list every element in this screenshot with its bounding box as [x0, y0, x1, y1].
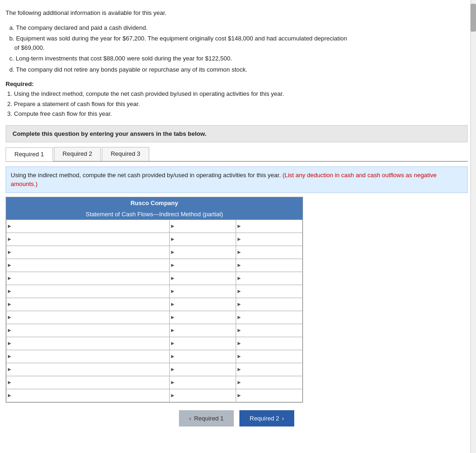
complete-box: Complete this question by entering your …: [6, 125, 468, 142]
scrollbar[interactable]: [470, 0, 476, 453]
table-row: [7, 246, 303, 259]
table-input-mid-9[interactable]: [171, 327, 228, 334]
cash-flow-table-container: Rusco Company Statement of Cash Flows—In…: [6, 197, 303, 403]
table-input-right-10[interactable]: [237, 340, 295, 347]
table-input-mid-1[interactable]: [171, 223, 228, 230]
table-row: [7, 311, 303, 324]
table-input-label-3[interactable]: [7, 249, 152, 256]
table-cell-right[interactable]: [236, 220, 303, 233]
table-input-right-11[interactable]: [237, 353, 295, 360]
info-item-b: b. Equipment was sold during the year fo…: [9, 34, 468, 52]
table-input-label-5[interactable]: [7, 275, 152, 282]
prev-button[interactable]: ‹ Required 1: [179, 410, 234, 426]
info-item-c: c. Long-term investments that cost $88,0…: [9, 54, 468, 63]
required-item-2: Prepare a statement of cash flows for th…: [14, 100, 468, 109]
instruction-box: Using the indirect method, compute the n…: [6, 167, 468, 193]
tabs-row: Required 1 Required 2 Required 3: [6, 147, 468, 162]
table-input-right-7[interactable]: [237, 301, 295, 308]
table-row: [7, 324, 303, 337]
table-row: [7, 298, 303, 311]
table-row: [7, 363, 303, 376]
table-input-mid-6[interactable]: [171, 288, 228, 295]
table-row: [7, 220, 303, 233]
table-row: [7, 337, 303, 350]
table-input-label-11[interactable]: [7, 353, 152, 360]
table-input-mid-10[interactable]: [171, 340, 228, 347]
table-input-label-9[interactable]: [7, 327, 152, 334]
table-row: [7, 285, 303, 298]
table-cell-label[interactable]: [7, 220, 170, 233]
table-input-right-13[interactable]: [237, 379, 295, 386]
instruction-main: Using the indirect method, compute the n…: [11, 172, 281, 179]
table-cell-mid[interactable]: [170, 220, 236, 233]
opening-text: The following additional information is …: [6, 8, 468, 18]
scrollbar-thumb[interactable]: [470, 4, 476, 32]
table-input-right-14[interactable]: [237, 392, 295, 399]
table-input-right-9[interactable]: [237, 327, 295, 334]
required-item-1: Using the indirect method, compute the n…: [14, 89, 468, 99]
required-section: Required: Using the indirect method, com…: [6, 80, 468, 119]
table-row: [7, 272, 303, 285]
intro-section: The following additional information is …: [6, 8, 468, 18]
table-input-label-1[interactable]: [7, 223, 152, 230]
table-input-right-8[interactable]: [237, 314, 295, 321]
table-row: [7, 233, 303, 246]
table-input-label-2[interactable]: [7, 236, 152, 243]
table-input-right-2[interactable]: [237, 236, 295, 243]
table-input-mid-14[interactable]: [171, 392, 228, 399]
cash-flow-table: [6, 220, 303, 402]
table-input-mid-3[interactable]: [171, 249, 228, 256]
table-input-mid-12[interactable]: [171, 366, 228, 373]
prev-label: Required 1: [194, 415, 224, 422]
table-input-label-14[interactable]: [7, 392, 152, 399]
next-label: Required 2: [250, 415, 279, 422]
table-input-mid-11[interactable]: [171, 353, 228, 360]
table-input-label-10[interactable]: [7, 340, 152, 347]
table-input-mid-4[interactable]: [171, 262, 228, 269]
bottom-navigation: ‹ Required 1 Required 2 ›: [6, 410, 468, 436]
table-input-label-12[interactable]: [7, 366, 152, 373]
table-row: [7, 350, 303, 363]
required-item-3: Compute free cash flow for this year.: [14, 109, 468, 119]
next-icon: ›: [282, 415, 284, 422]
tab-required-2[interactable]: Required 2: [54, 147, 101, 161]
table-input-label-13[interactable]: [7, 379, 152, 386]
table-title: Rusco Company: [6, 197, 303, 209]
table-input-right-1[interactable]: [237, 223, 295, 230]
table-input-label-8[interactable]: [7, 314, 152, 321]
table-input-mid-8[interactable]: [171, 314, 228, 321]
table-input-right-5[interactable]: [237, 275, 295, 282]
required-title: Required:: [6, 80, 468, 87]
additional-info-list: a. The company declared and paid a cash …: [9, 23, 468, 74]
table-input-right-6[interactable]: [237, 288, 295, 295]
table-input-label-6[interactable]: [7, 288, 152, 295]
table-input-right-4[interactable]: [237, 262, 295, 269]
required-list: Using the indirect method, compute the n…: [14, 89, 468, 119]
info-item-a: a. The company declared and paid a cash …: [9, 23, 468, 33]
tab-content: Using the indirect method, compute the n…: [6, 162, 468, 436]
table-input-right-3[interactable]: [237, 249, 295, 256]
table-input-mid-5[interactable]: [171, 275, 228, 282]
table-row: [7, 389, 303, 402]
tab-required-3[interactable]: Required 3: [102, 147, 149, 161]
tab-required-1[interactable]: Required 1: [6, 147, 53, 161]
table-input-mid-7[interactable]: [171, 301, 228, 308]
table-input-right-12[interactable]: [237, 366, 295, 373]
table-input-label-4[interactable]: [7, 262, 152, 269]
table-input-label-7[interactable]: [7, 301, 152, 308]
table-row: [7, 376, 303, 389]
table-row: [7, 259, 303, 272]
table-input-mid-13[interactable]: [171, 379, 228, 386]
table-input-mid-2[interactable]: [171, 236, 228, 243]
table-subtitle: Statement of Cash Flows—Indirect Method …: [6, 209, 303, 220]
prev-icon: ‹: [189, 415, 191, 422]
next-button[interactable]: Required 2 ›: [239, 410, 294, 426]
info-item-d: d. The company did not retire any bonds …: [9, 65, 468, 74]
